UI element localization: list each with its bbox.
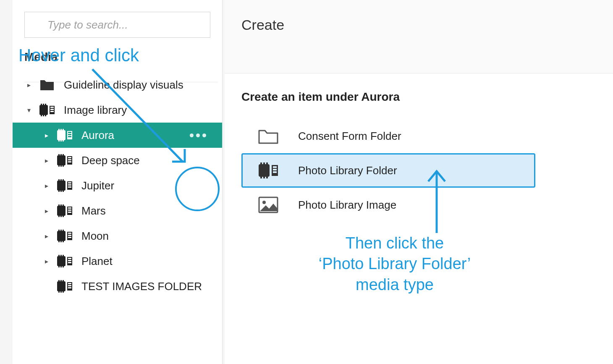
svg-rect-13 [57,130,65,140]
option-photo-library-image[interactable]: Photo Library Image [241,188,535,222]
chevron-right-icon[interactable]: ▸ [42,157,51,165]
svg-rect-76 [68,258,71,259]
image-icon [254,196,283,214]
svg-rect-83 [58,291,60,293]
film-icon [38,103,56,117]
svg-rect-93 [266,162,268,165]
svg-rect-79 [57,281,65,291]
svg-rect-10 [50,107,54,108]
tree-label: Guideline display visuals [64,79,222,92]
svg-rect-12 [50,111,54,112]
tree-item-moon[interactable]: ▸ Moon [13,223,222,249]
svg-rect-54 [68,207,71,209]
folder-icon [254,127,283,145]
tree-item-test-images[interactable]: ▸ TEST IMAGES FOLDER [13,274,222,299]
svg-rect-36 [58,179,60,181]
svg-rect-84 [60,291,62,293]
svg-rect-68 [57,256,65,266]
svg-rect-41 [63,190,64,192]
svg-rect-4 [43,104,44,105]
svg-rect-39 [58,190,60,192]
svg-point-102 [262,201,266,204]
svg-rect-66 [68,235,71,236]
chevron-right-icon[interactable]: ▸ [42,131,51,139]
svg-rect-23 [68,136,71,137]
svg-rect-47 [58,204,60,206]
main-header: Create [225,0,613,73]
svg-rect-35 [57,181,65,191]
tree-label: Deep space [81,154,222,167]
svg-rect-89 [68,287,71,288]
svg-rect-91 [260,162,262,165]
option-photo-library-folder[interactable]: Photo Library Folder [241,153,535,188]
more-options-icon[interactable] [190,134,206,137]
svg-rect-26 [60,154,62,156]
svg-rect-37 [60,179,62,181]
svg-rect-43 [68,182,71,183]
svg-rect-85 [63,291,64,293]
option-consent-form-folder[interactable]: Consent Form Folder [241,119,535,153]
tree-item-aurora[interactable]: ▸ Aurora [13,123,222,148]
svg-rect-72 [58,266,60,267]
svg-rect-56 [68,212,71,213]
chevron-right-icon[interactable]: ▸ [42,207,51,215]
svg-rect-94 [260,176,262,178]
svg-rect-49 [63,204,64,206]
svg-rect-46 [57,206,65,216]
svg-rect-29 [60,165,62,167]
film-icon [55,154,74,167]
svg-rect-19 [63,140,64,141]
film-icon [55,229,74,243]
svg-rect-100 [273,171,277,173]
option-label: Consent Form Folder [298,130,401,143]
svg-rect-99 [273,169,277,170]
svg-rect-87 [68,283,71,284]
chevron-right-icon[interactable]: ▸ [42,182,51,190]
tree-item-planet[interactable]: ▸ Planet [13,249,222,274]
svg-rect-24 [57,155,65,165]
film-icon [55,280,74,293]
annotation-hover-click: Hover and click [18,44,139,67]
annotation-then-click: Then click the ‘Photo Library Folder’ me… [290,233,500,295]
svg-rect-70 [60,255,62,257]
create-subtitle: Create an item under Aurora [241,90,596,104]
svg-rect-48 [60,204,62,206]
svg-rect-96 [266,176,268,178]
tree-label: Aurora [81,129,190,142]
svg-rect-67 [68,237,71,238]
svg-rect-77 [68,260,71,261]
main-body: Create an item under Aurora Consent Form… [225,73,613,239]
chevron-right-icon[interactable]: ▸ [24,81,34,89]
chevron-down-icon[interactable]: ▾ [24,106,34,114]
film-icon [55,128,74,142]
svg-rect-80 [58,280,60,282]
svg-rect-5 [45,104,46,105]
svg-rect-51 [60,215,62,217]
svg-rect-74 [63,266,64,267]
svg-rect-81 [60,280,62,282]
svg-rect-22 [68,134,71,135]
chevron-right-icon[interactable]: ▸ [42,257,51,265]
tree-label: TEST IMAGES FOLDER [81,280,222,293]
search-input[interactable] [24,12,210,38]
svg-rect-25 [58,154,60,156]
svg-rect-73 [60,266,62,267]
svg-rect-38 [63,179,64,181]
svg-rect-2 [39,105,48,115]
folder-icon [38,79,56,91]
svg-rect-8 [45,115,46,116]
tree-item-guideline-visuals[interactable]: ▸ Guideline display visuals [13,72,222,97]
film-icon [254,162,283,179]
svg-rect-57 [57,231,65,241]
chevron-right-icon[interactable]: ▸ [42,232,51,240]
svg-rect-44 [68,184,71,186]
tree-label: Moon [81,230,222,243]
svg-rect-63 [63,241,64,242]
svg-rect-11 [50,109,54,110]
svg-rect-50 [58,215,60,217]
tree-item-image-library[interactable]: ▾ Image library [13,97,222,123]
svg-rect-28 [58,165,60,167]
svg-rect-58 [58,230,60,231]
annotation-line: media type [356,276,434,293]
svg-rect-34 [68,161,71,162]
